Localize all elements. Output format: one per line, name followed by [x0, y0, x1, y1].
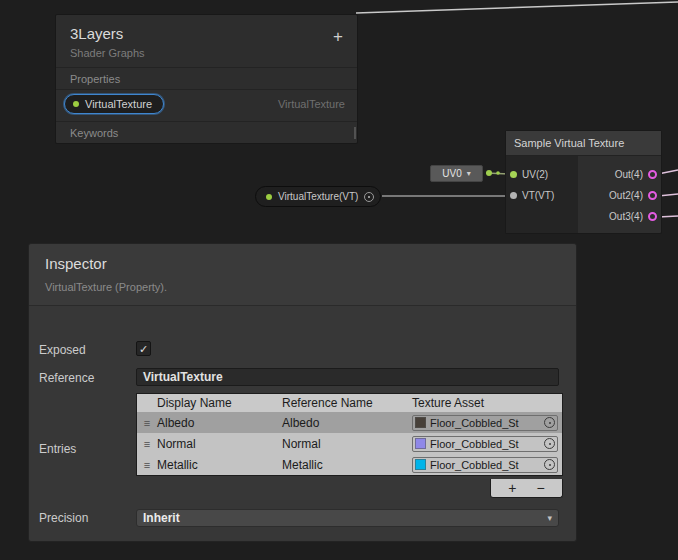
property-node-label: VirtualTexture(VT): [278, 191, 358, 202]
texture-object-field[interactable]: Floor_Cobbled_St: [412, 436, 558, 452]
add-entry-button[interactable]: +: [508, 481, 516, 495]
uv-channel-value: UV0: [442, 168, 461, 179]
property-node-dot-icon: [266, 194, 272, 200]
reference-name-cell: Albedo: [282, 416, 412, 430]
inspector-header: Inspector VirtualTexture (Property).: [29, 244, 576, 306]
texture-name: Floor_Cobbled_St: [430, 417, 540, 429]
drag-handle-icon[interactable]: ≡: [137, 417, 157, 429]
remove-entry-button[interactable]: −: [537, 481, 545, 495]
property-type-dot-icon: [73, 101, 79, 107]
precision-dropdown[interactable]: Inherit ▾: [136, 509, 559, 527]
entries-label: Entries: [39, 442, 76, 456]
object-picker-icon[interactable]: [544, 438, 555, 449]
chevron-down-icon: ▾: [547, 513, 552, 523]
edge-uv-dot: [486, 170, 492, 176]
blackboard-scrollbar[interactable]: [354, 127, 356, 139]
out2-output-port[interactable]: [648, 191, 657, 200]
property-row[interactable]: VirtualTexture VirtualTexture: [56, 89, 357, 121]
out2-label: Out2(4): [609, 190, 643, 201]
precision-label: Precision: [39, 511, 88, 525]
drag-handle-icon[interactable]: ≡: [137, 438, 157, 450]
blackboard-subtitle: Shader Graphs: [70, 47, 345, 59]
uv-input-label: UV(2): [522, 169, 548, 180]
vt-input-label: VT(VT): [522, 190, 554, 201]
out1-output-port[interactable]: [648, 170, 657, 179]
sample-virtual-texture-node[interactable]: Sample Virtual Texture UV(2) VT(VT) Out(…: [505, 130, 662, 234]
node-output-column: Out(4) Out2(4) Out3(4): [578, 156, 661, 233]
texture-asset-cell: Floor_Cobbled_St: [412, 436, 562, 452]
add-property-button[interactable]: +: [333, 27, 343, 47]
node-body: UV(2) VT(VT) Out(4) Out2(4) Out3(4): [506, 156, 661, 233]
chevron-down-icon: ▾: [467, 169, 471, 178]
texture-swatch: [415, 459, 426, 470]
display-name-cell: Metallic: [157, 458, 282, 472]
blackboard-header[interactable]: 3Layers Shader Graphs +: [56, 15, 357, 67]
port-row-out1: Out(4): [578, 164, 661, 185]
table-row-metallic[interactable]: ≡ Metallic Metallic Floor_Cobbled_St: [137, 454, 562, 475]
exposed-checkbox[interactable]: ✓: [136, 341, 151, 356]
texture-object-field[interactable]: Floor_Cobbled_St: [412, 457, 558, 473]
uv-channel-dropdown[interactable]: UV0 ▾: [430, 165, 483, 182]
keywords-section-label: Keywords: [56, 121, 357, 143]
texture-swatch: [415, 417, 426, 428]
object-picker-icon[interactable]: [544, 417, 555, 428]
port-row-uv: UV(2): [506, 164, 578, 185]
texture-swatch: [415, 438, 426, 449]
display-name-cell: Normal: [157, 437, 282, 451]
property-node-output-port[interactable]: [364, 192, 374, 202]
out3-label: Out3(4): [609, 211, 643, 222]
reference-name-cell: Metallic: [282, 458, 412, 472]
object-picker-icon[interactable]: [544, 459, 555, 470]
entries-table: Display Name Reference Name Texture Asse…: [136, 393, 563, 476]
out1-label: Out(4): [615, 169, 643, 180]
uv-input-port[interactable]: [510, 171, 517, 178]
texture-name: Floor_Cobbled_St: [430, 459, 540, 471]
vt-input-port[interactable]: [510, 192, 517, 199]
check-icon: ✓: [139, 343, 148, 355]
edge-uv-dot-small: [496, 171, 500, 175]
port-row-vt: VT(VT): [506, 185, 578, 206]
inspector-title: Inspector: [45, 255, 560, 272]
reference-label: Reference: [39, 371, 94, 385]
shader-graph-canvas[interactable]: 3Layers Shader Graphs + Properties Virtu…: [0, 0, 678, 560]
col-display-name: Display Name: [137, 396, 282, 410]
drag-handle-icon[interactable]: ≡: [137, 459, 157, 471]
edge-top-right: [356, 2, 678, 13]
port-row-out2: Out2(4): [578, 185, 661, 206]
table-row-normal[interactable]: ≡ Normal Normal Floor_Cobbled_St: [137, 433, 562, 454]
texture-object-field[interactable]: Floor_Cobbled_St: [412, 415, 558, 431]
blackboard-title: 3Layers: [70, 25, 345, 42]
properties-section-label: Properties: [56, 67, 357, 89]
inspector-subtitle: VirtualTexture (Property).: [45, 281, 560, 293]
entries-list-footer: + −: [490, 479, 563, 498]
virtualtexture-property-pill[interactable]: VirtualTexture: [64, 94, 164, 114]
virtualtexture-property-node[interactable]: VirtualTexture(VT): [255, 186, 381, 207]
reference-input[interactable]: VirtualTexture: [136, 368, 559, 386]
property-type-label: VirtualTexture: [278, 98, 347, 110]
precision-value: Inherit: [143, 511, 180, 525]
display-name-cell: Albedo: [157, 416, 282, 430]
node-title[interactable]: Sample Virtual Texture: [506, 131, 661, 156]
texture-asset-cell: Floor_Cobbled_St: [412, 415, 562, 431]
texture-name: Floor_Cobbled_St: [430, 438, 540, 450]
col-texture-asset: Texture Asset: [412, 396, 562, 410]
col-reference-name: Reference Name: [282, 396, 412, 410]
inspector-panel: Inspector VirtualTexture (Property). Exp…: [28, 243, 577, 542]
blackboard-panel[interactable]: 3Layers Shader Graphs + Properties Virtu…: [55, 14, 358, 144]
exposed-label: Exposed: [39, 343, 86, 357]
reference-name-cell: Normal: [282, 437, 412, 451]
texture-asset-cell: Floor_Cobbled_St: [412, 457, 562, 473]
port-row-out3: Out3(4): [578, 206, 661, 227]
node-input-column: UV(2) VT(VT): [506, 156, 578, 233]
out3-output-port[interactable]: [648, 212, 657, 221]
table-row-albedo[interactable]: ≡ Albedo Albedo Floor_Cobbled_St: [137, 412, 562, 433]
entries-table-header: Display Name Reference Name Texture Asse…: [137, 394, 562, 412]
property-pill-label: VirtualTexture: [85, 98, 152, 110]
